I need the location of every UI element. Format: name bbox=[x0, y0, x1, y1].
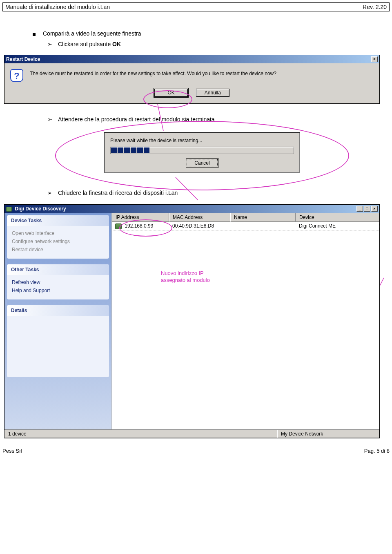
ok-button[interactable]: OK bbox=[154, 89, 188, 97]
dialog-title: Restart Device bbox=[6, 56, 40, 62]
other-tasks-panel: Other Tasks Refresh view Help and Suppor… bbox=[7, 264, 109, 299]
dialog-titlebar[interactable]: Restart Device × bbox=[4, 55, 379, 63]
status-device-count: 1 device bbox=[4, 430, 277, 438]
col-name-header[interactable]: Name bbox=[230, 213, 296, 222]
device-tasks-panel: Device Tasks Open web interface Configur… bbox=[7, 215, 109, 259]
details-panel: Details bbox=[7, 305, 109, 377]
restart-device-dialog: Restart Device × The device must be rest… bbox=[4, 55, 380, 104]
doc-revision: Rev. 2.20 bbox=[363, 4, 387, 10]
other-tasks-header: Other Tasks bbox=[7, 264, 109, 275]
square-bullet-icon bbox=[33, 33, 36, 36]
sidebar-item-configure[interactable]: Configure network settings bbox=[12, 237, 104, 246]
progress-chunk bbox=[124, 147, 130, 153]
progress-chunk bbox=[131, 147, 136, 153]
step-click-ok: ➢ Clickare sul pulsante OK bbox=[47, 41, 380, 47]
doc-title: Manuale di installazione del modulo i.La… bbox=[5, 4, 110, 10]
app-icon bbox=[6, 207, 12, 212]
sidebar-item-open-web[interactable]: Open web interface bbox=[12, 229, 104, 237]
progress-bar bbox=[110, 147, 294, 154]
col-ip-header[interactable]: IP Address bbox=[112, 213, 169, 222]
sidebar-item-restart[interactable]: Restart device bbox=[12, 246, 104, 254]
question-icon bbox=[10, 69, 23, 82]
cell-device: Digi Connect ME bbox=[296, 222, 379, 230]
page-content: Comparirà a video la seguente finestra ➢… bbox=[0, 11, 392, 442]
progress-dialog-area: Please wait while the device is restarti… bbox=[104, 132, 300, 173]
cancel-button[interactable]: Cancel bbox=[187, 159, 218, 167]
step-close-discovery: ➢ Chiudere la finestra di ricerca dei di… bbox=[47, 190, 380, 196]
dialog-button-row: OK Annulla bbox=[4, 85, 379, 103]
discovery-status-bar: 1 device My Device Network bbox=[4, 429, 379, 438]
digi-device-discovery-window: Digi Device Discovery _ □ × Device Tasks… bbox=[4, 204, 380, 438]
cancel-button[interactable]: Annulla bbox=[196, 89, 229, 97]
step-wait-restart: ➢ Attendere che la procedura di restart … bbox=[47, 116, 380, 123]
discovery-body: Device Tasks Open web interface Configur… bbox=[4, 213, 379, 429]
progress-chunk bbox=[144, 147, 149, 153]
ip-annotation: Nuovo indirizzo IP assegnato al modulo bbox=[161, 270, 210, 284]
step-close-text: Chiudere la finestra di ricerca dei disp… bbox=[58, 190, 178, 196]
window-controls: _ □ × bbox=[356, 206, 378, 212]
cell-mac: 00:40:9D:31:E8:D8 bbox=[169, 222, 230, 230]
device-icon bbox=[115, 223, 122, 229]
sidebar-item-refresh[interactable]: Refresh view bbox=[12, 278, 104, 286]
cell-ip: 192.168.0.99 bbox=[112, 222, 169, 230]
discovery-sidebar: Device Tasks Open web interface Configur… bbox=[4, 213, 111, 429]
minimize-button[interactable]: _ bbox=[356, 206, 363, 212]
sidebar-item-help[interactable]: Help and Support bbox=[12, 286, 104, 295]
restart-progress-dialog: Please wait while the device is restarti… bbox=[104, 132, 300, 173]
document-header: Manuale di installazione del modulo i.La… bbox=[2, 2, 390, 11]
device-row[interactable]: 192.168.0.99 00:40:9D:31:E8:D8 Digi Conn… bbox=[112, 222, 379, 230]
cell-name bbox=[230, 222, 296, 230]
other-tasks-body: Refresh view Help and Support bbox=[7, 275, 109, 299]
maximize-button[interactable]: □ bbox=[364, 206, 370, 212]
step-wait-text: Attendere che la procedura di restart de… bbox=[58, 116, 215, 123]
document-footer: Pess Srl Pag. 5 di 8 bbox=[0, 446, 392, 457]
discovery-title-label: Digi Device Discovery bbox=[6, 206, 66, 212]
step-click-ok-text: Clickare sul pulsante OK bbox=[58, 41, 121, 47]
close-button[interactable]: × bbox=[371, 56, 378, 62]
discovery-titlebar[interactable]: Digi Device Discovery _ □ × bbox=[4, 205, 379, 213]
dialog-message: The device must be restarted in order fo… bbox=[30, 69, 276, 76]
details-body bbox=[7, 316, 109, 377]
dialog-body: The device must be restarted in order fo… bbox=[4, 63, 379, 85]
footer-page: Pag. 5 di 8 bbox=[364, 448, 390, 454]
progress-chunk bbox=[118, 147, 123, 153]
arrow-bullet-icon: ➢ bbox=[47, 41, 52, 47]
footer-company: Pess Srl bbox=[2, 448, 22, 454]
progress-chunk bbox=[137, 147, 143, 153]
arrow-bullet-icon: ➢ bbox=[47, 190, 52, 196]
close-button[interactable]: × bbox=[371, 206, 378, 212]
device-tasks-header: Device Tasks bbox=[7, 215, 109, 226]
intro-text: Comparirà a video la seguente finestra bbox=[43, 30, 141, 37]
discovery-main: IP Address MAC Address Name Device 192.1… bbox=[111, 213, 379, 429]
status-network: My Device Network bbox=[277, 430, 379, 438]
device-tasks-body: Open web interface Configure network set… bbox=[7, 226, 109, 259]
arrow-bullet-icon: ➢ bbox=[47, 116, 52, 123]
bullet-intro: Comparirà a video la seguente finestra bbox=[33, 30, 380, 37]
progress-message: Please wait while the device is restarti… bbox=[110, 138, 294, 143]
progress-button-row: Cancel bbox=[110, 154, 294, 167]
list-header: IP Address MAC Address Name Device bbox=[112, 213, 379, 222]
details-header: Details bbox=[7, 305, 109, 316]
col-device-header[interactable]: Device bbox=[296, 213, 379, 222]
progress-chunk bbox=[111, 147, 117, 153]
col-mac-header[interactable]: MAC Address bbox=[169, 213, 230, 222]
